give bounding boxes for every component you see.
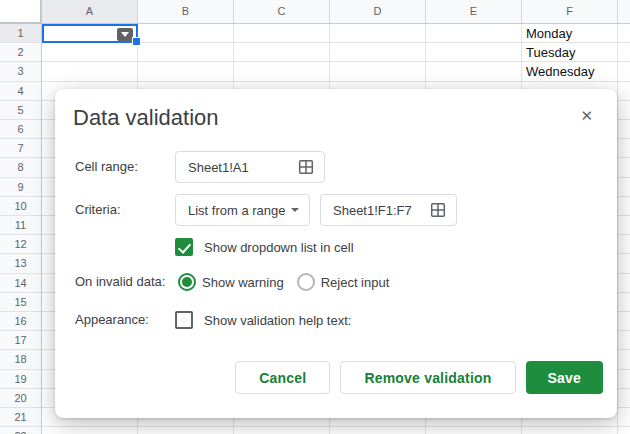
row-header-11[interactable]: 11: [0, 216, 41, 235]
column-header-A[interactable]: A: [42, 0, 138, 23]
on-invalid-options: Show warning Reject input: [178, 272, 389, 292]
cell-F3[interactable]: Wednesday: [522, 62, 616, 81]
show-dropdown-label: Show dropdown list in cell: [204, 240, 354, 255]
appearance-label: Appearance:: [75, 310, 149, 330]
row-header-6[interactable]: 6: [0, 120, 41, 139]
select-all-corner[interactable]: [0, 0, 42, 24]
criteria-range-input[interactable]: Sheet1!F1:F7: [320, 194, 457, 226]
row-header-5[interactable]: 5: [0, 101, 41, 120]
cancel-button[interactable]: Cancel: [235, 361, 330, 394]
dialog-title: Data validation: [73, 105, 219, 131]
close-icon[interactable]: ✕: [580, 108, 593, 123]
criteria-dropdown[interactable]: List from a range: [175, 194, 310, 226]
save-button[interactable]: Save: [526, 361, 604, 394]
dropdown-arrow-icon: [121, 32, 129, 37]
reject-input-radio[interactable]: [297, 273, 315, 291]
column-header-E[interactable]: E: [426, 0, 522, 23]
column-header-C[interactable]: C: [234, 0, 330, 23]
screen: ABCDEF 123456789101112131415161718192021…: [0, 0, 630, 434]
row-header-17[interactable]: 17: [0, 331, 41, 350]
row-header-1[interactable]: 1: [0, 24, 41, 43]
selected-cell-A1[interactable]: [42, 24, 138, 43]
row-header-3[interactable]: 3: [0, 62, 41, 81]
row-header-16[interactable]: 16: [0, 312, 41, 331]
column-header-B[interactable]: B: [138, 0, 234, 23]
column-header-F[interactable]: F: [522, 0, 618, 23]
remove-validation-button[interactable]: Remove validation: [340, 361, 515, 394]
help-text-label: Show validation help text:: [204, 313, 351, 328]
show-warning-radio[interactable]: [178, 273, 196, 291]
cell-range-label: Cell range:: [75, 151, 138, 183]
row-header-19[interactable]: 19: [0, 370, 41, 389]
reject-input-label: Reject input: [321, 275, 390, 290]
select-range-icon[interactable]: [298, 159, 314, 175]
select-range-icon[interactable]: [430, 202, 446, 218]
cell-F2[interactable]: Tuesday: [522, 43, 616, 62]
row-header-22[interactable]: 22: [0, 427, 41, 434]
show-warning-label: Show warning: [202, 275, 284, 290]
criteria-range-value: Sheet1!F1:F7: [333, 203, 424, 218]
row-header-14[interactable]: 14: [0, 274, 41, 293]
row-header-12[interactable]: 12: [0, 235, 41, 254]
fill-handle[interactable]: [132, 37, 141, 46]
appearance-row: Show validation help text:: [175, 310, 351, 330]
row-header-4[interactable]: 4: [0, 82, 41, 101]
row-header-10[interactable]: 10: [0, 197, 41, 216]
row-header-9[interactable]: 9: [0, 178, 41, 197]
in-cell-dropdown-chip[interactable]: [117, 28, 133, 41]
row-header-18[interactable]: 18: [0, 350, 41, 369]
cell-F1[interactable]: Monday: [522, 24, 616, 43]
show-dropdown-row: Show dropdown list in cell: [175, 237, 354, 257]
dialog-buttons: Cancel Remove validation Save: [235, 361, 603, 394]
help-text-checkbox[interactable]: [175, 311, 193, 329]
cell-range-value: Sheet1!A1: [188, 160, 292, 175]
on-invalid-data-label: On invalid data:: [75, 272, 165, 292]
chevron-down-icon: [291, 208, 299, 212]
column-header-D[interactable]: D: [330, 0, 426, 23]
row-header-15[interactable]: 15: [0, 293, 41, 312]
row-header-2[interactable]: 2: [0, 43, 41, 62]
row-header-13[interactable]: 13: [0, 254, 41, 273]
row-header-20[interactable]: 20: [0, 389, 41, 408]
criteria-label: Criteria:: [75, 194, 121, 226]
row-header-8[interactable]: 8: [0, 158, 41, 177]
row-header-21[interactable]: 21: [0, 408, 41, 427]
criteria-dropdown-value: List from a range: [188, 203, 285, 218]
cell-range-input[interactable]: Sheet1!A1: [175, 151, 325, 183]
row-header-7[interactable]: 7: [0, 139, 41, 158]
data-validation-dialog: Data validation ✕ Cell range: Sheet1!A1 …: [55, 89, 617, 418]
show-dropdown-checkbox[interactable]: [175, 238, 193, 256]
